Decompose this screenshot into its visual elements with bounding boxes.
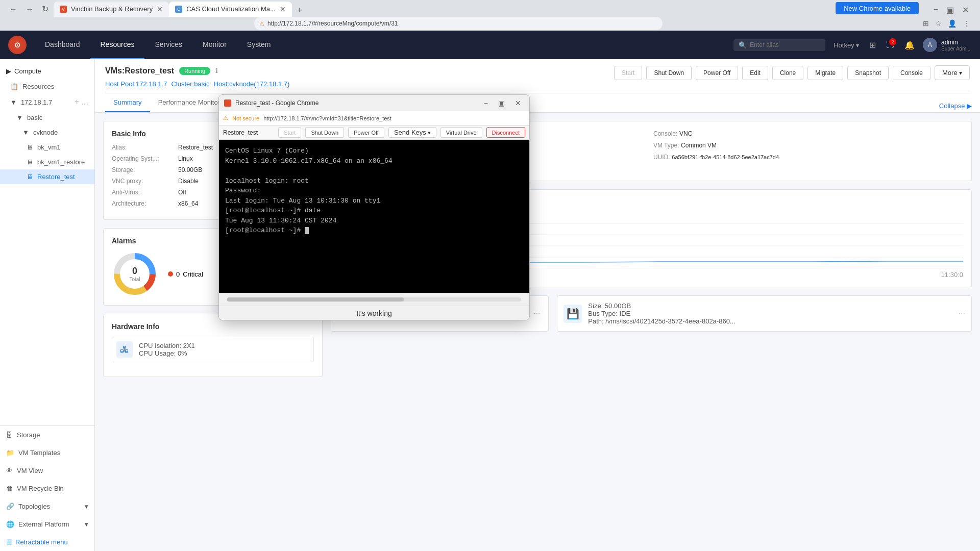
app-header: ⊙ Dashboard Resources Services Monitor S… [0,31,980,59]
edit-button[interactable]: Edit [742,66,768,80]
clone-button[interactable]: Clone [772,66,803,80]
cpu-usage-label: CPU Usage: [139,349,176,357]
power-off-button[interactable]: Power Off [696,66,738,80]
sidebar-restore-test[interactable]: 🖥 Restore_test [0,169,94,184]
sidebar-resources[interactable]: 📋 Resources [0,79,94,94]
user-name: admin [941,39,972,46]
scrollbar-thumb [227,297,404,302]
minimize-button[interactable]: − [930,3,941,16]
sidebar-cvknode[interactable]: ▼ cvknode [0,125,94,140]
topologies-label: Topologies [18,503,50,510]
resources-icon: 📋 [10,83,18,90]
bookmark-button[interactable]: ☆ [933,17,944,30]
overlay-power-off-button[interactable]: Power Off [348,127,384,138]
disk-size-row: Size: 50.00GB [588,302,952,310]
breadcrumb-host[interactable]: Host:cvknode(172.18.1.7) [214,80,290,88]
snapshot-button[interactable]: Snapshot [847,66,889,80]
overlay-maximize-button[interactable]: ▣ [495,98,508,108]
console-label: Console: [653,130,677,137]
sidebar-retractable-menu[interactable]: ☰ Retractable menu [0,533,94,551]
refresh-button[interactable]: ↻ [39,2,52,16]
fullscreen-button[interactable]: ⛶ 2 [884,38,896,52]
extensions-button[interactable]: ⊞ [921,17,931,30]
start-button[interactable]: Start [614,66,642,80]
migrate-button[interactable]: Migrate [807,66,843,80]
cpu-isolation-value: 2X1 [183,342,195,349]
profile-button[interactable]: 👤 [946,17,959,30]
antivirus-value: Off [178,189,186,196]
console-button[interactable]: Console [893,66,930,80]
sidebar-vm-templates[interactable]: 📁 VM Templates [0,444,94,462]
maximize-button[interactable]: ▣ [943,3,957,17]
sidebar-ip[interactable]: ▼ 172.18.1.7 + ... [0,94,94,110]
sidebar-vm-recycle-bin[interactable]: 🗑 VM Recycle Bin [0,480,94,497]
disk-dots-icon-left[interactable]: ··· [533,309,540,318]
hardware-title: Hardware Info [112,322,314,331]
overlay-actions: Start Shut Down Power Off Send Keys ▾ Vi… [278,127,525,138]
external-label: External Platform [18,520,69,528]
new-tab-button[interactable]: + [294,4,305,17]
tab-close-2[interactable]: ✕ [280,5,286,13]
tab-close-1[interactable]: ✕ [157,5,163,13]
overlay-start-button[interactable]: Start [278,127,301,138]
overlay-send-keys-button[interactable]: Send Keys ▾ [388,127,436,138]
disk-icon: 💾 [564,305,582,323]
vnc-value: Disable [178,178,199,185]
info-icon[interactable]: ℹ [215,67,218,74]
close-button[interactable]: ✕ [959,3,972,17]
topologies-chevron: ▾ [85,503,88,510]
vm-type-label: VM Type: [653,142,679,149]
nav-monitor[interactable]: Monitor [192,31,237,59]
external-icon: 🌐 [6,520,14,528]
more-button[interactable]: More ▾ [935,65,970,80]
search-input[interactable] [750,41,811,48]
sidebar-topologies[interactable]: 🔗 Topologies ▾ [0,497,94,515]
browser-tab-2[interactable]: C CAS Cloud Virtualization Ma... ✕ [169,2,292,17]
sidebar-bk-vm1-restore[interactable]: 🖥 bk_vm1_restore [0,155,94,169]
disk-bus-label: Bus Type: [588,310,618,317]
overlay-close-button[interactable]: ✕ [512,98,524,108]
terminal[interactable]: CentOS Linux 7 (Core) Kernel 3.10.0-1062… [219,140,529,293]
breadcrumb-cluster[interactable]: Cluster:basic [171,80,209,88]
critical-label: Critical [183,270,203,278]
back-button[interactable]: ← [6,3,20,16]
vnc-label: VNC proxy: [112,178,178,185]
disk-info: Size: 50.00GB Bus Type: IDE Path: /vms/i… [588,302,952,325]
vm-view-label: VM View [17,467,43,474]
shut-down-button[interactable]: Shut Down [646,66,692,80]
vm-type-value: Common VM [681,142,717,149]
overlay-virtual-drive-button[interactable]: Virtual Drive [440,127,482,138]
disk-dots-icon[interactable]: ··· [959,309,965,318]
sidebar-vm-view[interactable]: 👁 VM View [0,462,94,480]
sidebar-storage[interactable]: 🗄 Storage [0,426,94,444]
screen-button[interactable]: ⊞ [867,38,878,52]
nav-system[interactable]: System [237,31,281,59]
menu-button[interactable]: ⋮ [961,17,972,30]
browser-tab-1[interactable]: V Vinchin Backup & Recovery ✕ [54,2,169,17]
ip-label: 172.18.1.7 [21,98,52,106]
overlay-tab-label[interactable]: Restore_test [223,127,258,138]
sidebar-compute[interactable]: ▶ Compute [0,63,94,79]
resources-label: Resources [22,83,54,90]
tab-performance[interactable]: Performance Monitor [150,93,228,112]
nav-dashboard[interactable]: Dashboard [35,31,90,59]
horizontal-scrollbar[interactable] [227,297,521,302]
overlay-shut-down-button[interactable]: Shut Down [305,127,344,138]
sidebar-basic[interactable]: ▼ basic [0,110,94,125]
retractable-label: Retractable menu [15,538,68,546]
hotkey-button[interactable]: Hotkey ▾ [831,39,861,51]
notification-button[interactable]: 🔔 [902,38,917,52]
forward-button[interactable]: → [22,3,37,16]
nav-services[interactable]: Services [144,31,192,59]
nav-resources[interactable]: Resources [90,31,145,59]
sidebar-bk-vm1[interactable]: 🖥 bk_vm1 [0,140,94,155]
overlay-disconnect-button[interactable]: Disconnect [486,127,525,138]
tab-summary[interactable]: Summary [105,93,150,112]
collapse-button[interactable]: Collapse ▶ [939,102,972,110]
breadcrumb-pool[interactable]: Host Pool:172.18.1.7 [105,80,167,88]
search-box[interactable]: 🔍 [733,39,825,51]
overlay-minimize-button[interactable]: − [481,98,491,108]
add-icon[interactable]: + ... [75,97,88,107]
basic-label: basic [27,114,42,121]
sidebar-external-platform[interactable]: 🌐 External Platform ▾ [0,515,94,533]
